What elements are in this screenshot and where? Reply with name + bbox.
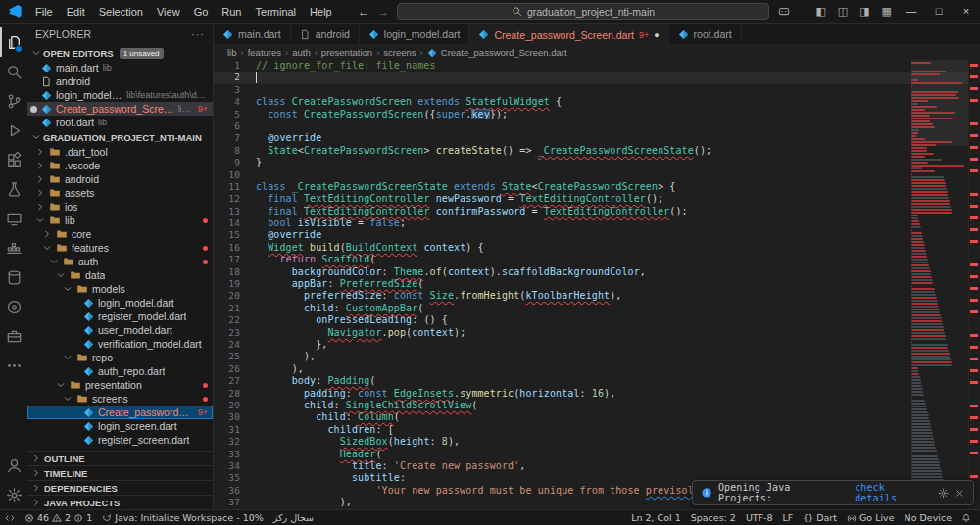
tab-Create_password_Screen.dart[interactable]: Create_password_Screen.dart9+● — [469, 24, 668, 45]
code-line-3[interactable]: 3 — [214, 84, 980, 96]
code-line-7[interactable]: 7 @override — [214, 132, 980, 144]
status-eol[interactable]: LF — [778, 510, 799, 525]
open-editor-item-login_model.dart[interactable]: login_model.dartlib\features\auth\data\.… — [27, 88, 213, 102]
tree-item-lib[interactable]: lib — [27, 214, 213, 227]
menu-run[interactable]: Run — [215, 4, 248, 20]
code-line-38[interactable]: 38 SizedBox(height: 20), — [214, 508, 980, 509]
menu-edit[interactable]: Edit — [60, 4, 92, 20]
code-line-32[interactable]: 32 SizedBox(height: 8), — [214, 436, 980, 448]
code-line-31[interactable]: 31 children: [ — [214, 424, 980, 436]
code-line-27[interactable]: 27 body: Padding( — [214, 375, 980, 387]
activity-project-manager[interactable] — [0, 321, 27, 351]
code-line-12[interactable]: 12 final TextEditingController newPasswo… — [214, 193, 980, 205]
panel-header-timeline[interactable]: TIMELINE — [27, 465, 213, 480]
code-line-9[interactable]: 9} — [214, 157, 980, 168]
breadcrumb-item[interactable]: features — [248, 47, 281, 58]
menu-selection[interactable]: Selection — [92, 4, 150, 20]
tab-login_model.dart[interactable]: login_model.dart — [360, 24, 470, 44]
tree-item-repo[interactable]: repo — [27, 351, 213, 364]
code-line-14[interactable]: 14 bool isVisible = false; — [214, 217, 980, 229]
activity-additional-views[interactable] — [0, 351, 27, 380]
tree-item-presentation[interactable]: presentation — [27, 378, 213, 392]
status-cursor-position[interactable]: Ln 2, Col 1 — [626, 510, 686, 525]
minimap-slider[interactable] — [911, 60, 968, 146]
code-line-8[interactable]: 8 State<CreatePasswordScreen> createStat… — [214, 145, 980, 157]
minimize-button[interactable]: — — [898, 0, 925, 23]
activity-testing[interactable] — [0, 174, 27, 204]
breadcrumb-item[interactable]: lib — [227, 47, 237, 58]
activity-run-and-debug[interactable] — [0, 116, 27, 145]
activity-docker[interactable] — [0, 233, 27, 262]
code-line-24[interactable]: 24 }, — [214, 339, 980, 351]
tree-item-register_model.dart[interactable]: register_model.dart — [27, 310, 213, 323]
code-line-17[interactable]: 17 return Scaffold( — [214, 254, 980, 265]
panel-header-dependencies[interactable]: DEPENDENCIES — [27, 480, 213, 495]
code-line-18[interactable]: 18 backgroundColor: Theme.of(context).sc… — [214, 266, 980, 278]
code-line-10[interactable]: 10 — [214, 169, 980, 181]
tree-item-.vscode[interactable]: .vscode — [27, 159, 213, 172]
tree-item-login_screen.dart[interactable]: login_screen.dart — [27, 419, 213, 433]
tree-item-features[interactable]: features — [27, 241, 213, 255]
status-device-selector[interactable]: No Device — [900, 510, 956, 525]
tree-item-register_screen.dart[interactable]: register_screen.dart — [27, 433, 213, 447]
code-line-22[interactable]: 22 onPressedLeading: () { — [214, 314, 980, 326]
open-editor-item-android[interactable]: android — [27, 74, 213, 88]
activity-database[interactable] — [0, 262, 27, 292]
open-editor-item-root.dart[interactable]: root.dartlib — [27, 116, 213, 129]
tree-item-screens[interactable]: screens — [27, 392, 213, 406]
code-line-11[interactable]: 11class _CreatePasswordScreenState exten… — [214, 181, 980, 193]
activity-gradle[interactable] — [0, 292, 27, 321]
tree-item-Create_password_Screen...[interactable]: Create_password_Screen...9+ — [27, 406, 213, 419]
activity-explorer[interactable] — [0, 27, 27, 57]
code-line-15[interactable]: 15 @override — [214, 229, 980, 241]
command-center-search[interactable]: graduation_project_nti-main — [397, 3, 769, 20]
activity-extensions[interactable] — [0, 145, 27, 174]
code-line-34[interactable]: 34 title: 'Create new password', — [214, 460, 980, 472]
tree-item-ios[interactable]: ios — [27, 200, 213, 214]
code-line-29[interactable]: 29 child: SingleChildScrollView( — [214, 400, 980, 411]
code-line-21[interactable]: 21 child: CustomAppBar( — [214, 303, 980, 314]
open-editor-item-Create_password_Screen.dart[interactable]: Create_password_Screen.dartlib\...9+ — [27, 102, 213, 116]
code-line-2[interactable]: 2 — [214, 72, 980, 83]
tree-item-android[interactable]: android — [27, 172, 213, 186]
tree-item-auth[interactable]: auth — [27, 255, 213, 268]
code-line-19[interactable]: 19 appBar: PreferredSize( — [214, 278, 980, 290]
tree-item-login_model.dart[interactable]: login_model.dart — [27, 296, 213, 310]
status-problems[interactable]: 4621 — [20, 510, 97, 525]
code-line-30[interactable]: 30 child: Column( — [214, 411, 980, 423]
breadcrumb-item[interactable]: screens — [383, 47, 416, 58]
open-editor-item-main.dart[interactable]: main.dartlib — [27, 61, 213, 74]
tree-item-verification_model.dart[interactable]: verification_model.dart — [27, 337, 213, 351]
tab-root.dart[interactable]: root.dart — [669, 24, 742, 44]
code-line-16[interactable]: 16 Widget build(BuildContext context) { — [214, 242, 980, 254]
tree-item-auth_repo.dart[interactable]: auth_repo.dart — [27, 364, 213, 378]
activity-source-control[interactable] — [0, 86, 27, 116]
activity-accounts[interactable] — [0, 451, 27, 480]
code-line-23[interactable]: 23 Navigator.pop(context); — [214, 327, 980, 339]
status-notifications-bell[interactable] — [956, 510, 976, 525]
breadcrumb-item[interactable]: auth — [292, 47, 311, 58]
menu-view[interactable]: View — [150, 4, 187, 20]
menu-terminal[interactable]: Terminal — [249, 4, 304, 20]
breadcrumb-item[interactable]: presentation — [321, 47, 372, 58]
activity-manage[interactable] — [0, 480, 27, 509]
code-line-5[interactable]: 5 const CreatePasswordScreen({super.key}… — [214, 109, 980, 120]
code-line-20[interactable]: 20 preferredSize: const Size.fromHeight(… — [214, 290, 980, 302]
menu-help[interactable]: Help — [303, 4, 339, 20]
activity-search[interactable] — [0, 57, 27, 86]
menu-file[interactable]: File — [28, 4, 60, 20]
status-encoding[interactable]: UTF-8 — [741, 510, 778, 525]
status-java-status[interactable]: Java: Initialize Workspace - 10% — [97, 510, 269, 525]
toggle-secondary-sidebar-icon[interactable]: ◨ — [854, 5, 875, 18]
copilot-icon[interactable] — [777, 5, 791, 19]
tab-main.dart[interactable]: main.dart — [214, 24, 291, 44]
breadcrumb-item[interactable]: Create_password_Screen.dart — [441, 47, 567, 58]
tree-item-.dart_tool[interactable]: .dart_tool — [27, 145, 213, 159]
notification-link[interactable]: check details — [855, 482, 932, 503]
explorer-more-actions-icon[interactable]: ··· — [191, 28, 205, 40]
notification-close-icon[interactable] — [955, 488, 965, 499]
overview-ruler[interactable] — [968, 60, 980, 509]
code-line-1[interactable]: 1// ignore_for_file: file_names — [214, 60, 980, 72]
status-language-mode[interactable]: {}Dart — [798, 510, 842, 525]
status-go-live[interactable]: Go Live — [842, 510, 900, 525]
